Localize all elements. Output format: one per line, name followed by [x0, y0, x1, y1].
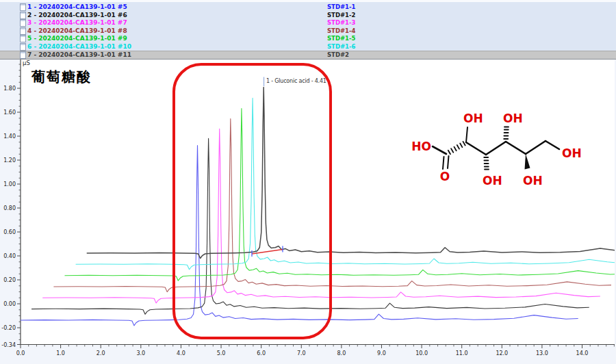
legend-row-injection-1[interactable]: 1 - 20240204-CA139-1-01 #5STD#1-1 [0, 3, 616, 11]
chromatogram-file-icon [20, 3, 26, 11]
chromatogram-file-icon [20, 43, 26, 51]
y-tick-label: -0.34 [1, 342, 16, 348]
y-tick-label: 0.00 [3, 301, 16, 307]
y-tick-label: 0.20 [3, 277, 16, 283]
chromatogram-file-icon [20, 27, 26, 35]
peak-annotation-label: 1 - Gluconic acid - 4.41 [266, 78, 326, 84]
y-tick-label: 0.60 [3, 229, 16, 235]
y-tick-label: 1.40 [3, 133, 16, 140]
chromatogram-file-icon [20, 19, 26, 27]
injection-name-label: 7 - 20240204-CA139-1-01 #11 [27, 51, 131, 59]
chromatogram-file-icon [20, 35, 26, 42]
bond-c2-oh-up [466, 127, 467, 142]
y-tick-label: 1.80 [3, 86, 16, 92]
chromatogram-file-icon [20, 51, 26, 59]
x-tick-label: 9.0 [377, 350, 386, 356]
gluconic-acid-structure: HO O OH OH OH OH OH [404, 100, 609, 203]
standard-name-label: STD#1-5 [327, 34, 355, 42]
standard-name-label: STD#1-3 [327, 18, 355, 27]
chromatogram-file-icon [20, 12, 26, 19]
standard-name-label: STD#1-2 [327, 11, 355, 19]
x-tick-label: 3.0 [136, 350, 145, 356]
x-tick-label: 12.0 [496, 350, 508, 356]
legend-row-injection-7[interactable]: 7 - 20240204-CA139-1-01 #11STD#2 [0, 51, 616, 59]
bond-c2-c3 [466, 142, 486, 155]
hashed-wedge-c1-c2 [448, 142, 465, 154]
hashed-wedge-c4-oh [504, 127, 509, 140]
atom-label-ho: HO [411, 140, 431, 153]
hashed-wedge-c3-oh [484, 157, 489, 170]
standard-name-label: STD#2 [327, 51, 349, 59]
y-axis-unit-label: µS [23, 60, 30, 66]
bond-c3-c4 [486, 142, 506, 155]
standard-name-label: STD#1-1 [327, 3, 355, 11]
bond-c6-oh [546, 141, 559, 149]
atom-label-oh5: OH [562, 146, 582, 160]
x-tick-label: 0.0 [16, 350, 25, 356]
x-tick-label: 6.0 [257, 350, 266, 356]
atom-label-oh4: OH [523, 174, 543, 187]
bond-c1-o-double-a [443, 157, 444, 169]
solid-wedge-c5-oh [525, 154, 530, 170]
injection-name-label: 6 - 20240204-CA139-1-01 #10 [27, 42, 131, 51]
bond-ho-c1 [433, 146, 446, 154]
atom-label-oh2: OH [503, 112, 523, 125]
y-tick-label: 1.60 [3, 109, 16, 116]
legend-row-injection-6[interactable]: 6 - 20240204-CA139-1-01 #10STD#1-6 [0, 42, 616, 51]
atom-label-o: O [440, 170, 450, 183]
y-tick-label: 0.40 [3, 253, 16, 259]
legend-row-injection-4[interactable]: 4 - 20240204-CA139-1-01 #8STD#1-4 [0, 27, 616, 35]
injection-name-label: 4 - 20240204-CA139-1-01 #8 [27, 27, 127, 35]
x-tick-label: 4.0 [177, 350, 185, 356]
bond-c1-o-double-b [448, 156, 449, 168]
legend-row-injection-2[interactable]: 2 - 20240204-CA139-1-01 #6STD#1-2 [0, 11, 616, 19]
legend-row-injection-5[interactable]: 5 - 20240204-CA139-1-01 #9STD#1-5 [0, 34, 616, 42]
plot-title: 葡萄糖酸 [31, 68, 92, 86]
standard-name-label: STD#1-4 [327, 27, 355, 35]
injection-name-label: 5 - 20240204-CA139-1-01 #9 [27, 34, 127, 42]
y-tick-label: 1.00 [3, 181, 16, 187]
x-tick-label: 10.0 [415, 350, 428, 356]
injection-name-label: 2 - 20240204-CA139-1-01 #6 [27, 11, 127, 19]
standard-name-label: STD#1-6 [327, 42, 355, 51]
legend-row-injection-3[interactable]: 3 - 20240204-CA139-1-01 #7STD#1-3 [0, 18, 616, 27]
y-tick-label: 0.80 [3, 205, 16, 211]
x-tick-label: 8.0 [337, 350, 346, 356]
x-tick-label: 7.0 [297, 350, 306, 356]
x-tick-label: 13.0 [536, 350, 548, 356]
x-tick-label: 1.0 [56, 350, 65, 356]
injection-name-label: 3 - 20240204-CA139-1-01 #7 [27, 18, 127, 27]
atom-label-oh1: OH [463, 112, 483, 125]
chromatography-app-window: { "legend": { "rows": [ {"label": "1 - 2… [0, 0, 616, 364]
bond-c5-c6 [526, 141, 546, 154]
injection-name-label: 1 - 20240204-CA139-1-01 #5 [27, 3, 127, 11]
y-tick-label: 1.20 [3, 157, 16, 164]
x-tick-label: 14.0 [576, 350, 589, 356]
x-tick-label: 2.0 [97, 350, 105, 356]
y-tick-label: -0.20 [1, 325, 16, 331]
atom-label-oh3: OH [483, 174, 502, 187]
x-tick-label: 5.0 [217, 350, 226, 356]
red-highlight-box-annotation [172, 63, 332, 339]
bond-c4-c5 [506, 142, 526, 154]
injection-legend-panel: 1 - 20240204-CA139-1-01 #5STD#1-12 - 202… [0, 0, 616, 60]
x-tick-label: 11.0 [456, 350, 468, 356]
